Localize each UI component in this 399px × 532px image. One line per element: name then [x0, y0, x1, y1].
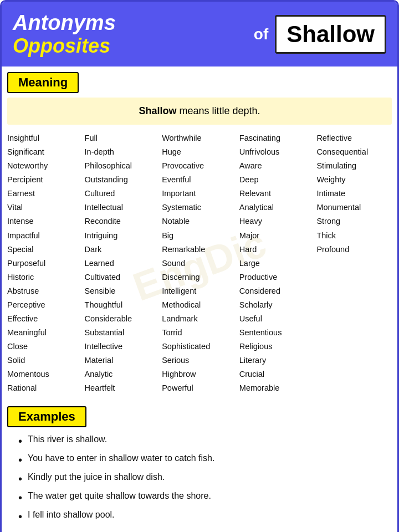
- word-item: Effective: [7, 312, 83, 326]
- word-item: In-depth: [85, 145, 160, 159]
- word-item: Cultured: [85, 187, 160, 201]
- word-item: Outstanding: [85, 173, 160, 187]
- word-item: Worthwhile: [162, 131, 237, 145]
- word-item: Aware: [239, 159, 315, 173]
- word-item: Monumental: [316, 201, 392, 214]
- word-item: Intriguing: [85, 229, 160, 243]
- meaning-box: Shallow means little depth.: [7, 98, 392, 125]
- word-item: Abstruse: [7, 284, 83, 298]
- word-item: Considerable: [85, 312, 160, 326]
- example-text: Kindly put the juice in shallow dish.: [28, 472, 165, 482]
- word-item: Discerning: [162, 270, 237, 284]
- word-item: Memorable: [239, 381, 315, 395]
- header: Antonyms Opposites of Shallow: [2, 2, 397, 66]
- word-item: Dark: [85, 243, 160, 257]
- examples-label-container: Examples: [2, 401, 397, 427]
- word-item: Crucial: [239, 367, 315, 381]
- example-text: I fell into shallow pool.: [28, 510, 115, 520]
- word-item: Solid: [7, 354, 83, 367]
- word-item: Large: [239, 257, 315, 270]
- example-text: You have to enter in shallow water to ca…: [28, 453, 214, 463]
- word-item: Notable: [162, 214, 237, 228]
- bullet-icon: •: [18, 434, 22, 448]
- word-item: Relevant: [239, 187, 315, 201]
- word-item: Intellectual: [85, 201, 160, 214]
- word-item: Profound: [316, 243, 392, 257]
- example-item: •This river is shallow.: [18, 432, 386, 451]
- word-item: Sound: [162, 257, 237, 270]
- word-item: Big: [162, 229, 237, 243]
- word-item: Rational: [7, 381, 83, 395]
- word-item: Important: [162, 187, 237, 201]
- opposites-title: Opposites: [13, 35, 116, 57]
- word-item: Full: [85, 131, 160, 145]
- word-item: Earnest: [7, 187, 83, 201]
- main-word: Shallow: [287, 21, 375, 47]
- word-item: Purposeful: [7, 257, 83, 270]
- word-item: Reflective: [316, 131, 392, 145]
- word-item: Unfrivolous: [239, 145, 315, 159]
- meaning-word: Shallow: [139, 105, 176, 116]
- word-item: Useful: [239, 312, 315, 326]
- example-item: •Kindly put the juice in shallow dish.: [18, 469, 386, 488]
- examples-label: Examples: [7, 406, 86, 427]
- word-item: Close: [7, 340, 83, 354]
- word-item: Sensible: [85, 284, 160, 298]
- word-col-1: InsightfulSignificantNoteworthyPercipien…: [7, 131, 83, 395]
- word-col-3: WorthwhileHugeProvocativeEventfulImporta…: [162, 131, 237, 395]
- examples-label-text: Examples: [18, 410, 75, 423]
- word-item: Serious: [162, 354, 237, 367]
- word-item: Consequential: [316, 145, 392, 159]
- words-section: EngDic InsightfulSignificantNoteworthyPe…: [2, 129, 397, 400]
- word-item: Scholarly: [239, 298, 315, 312]
- word-item: Considered: [239, 284, 315, 298]
- word-item: Weighty: [316, 173, 392, 187]
- header-left: Antonyms Opposites: [13, 12, 116, 57]
- word-item: Deep: [239, 173, 315, 187]
- bullet-icon: •: [18, 472, 22, 485]
- word-item: Eventful: [162, 173, 237, 187]
- word-col-4: FascinatingUnfrivolousAwareDeepRelevantA…: [239, 131, 315, 395]
- example-item: •The water get quite shallow towards the…: [18, 488, 386, 507]
- word-item: Highbrow: [162, 367, 237, 381]
- word-item: Historic: [7, 270, 83, 284]
- header-right: of Shallow: [247, 15, 386, 54]
- word-item: Significant: [7, 145, 83, 159]
- word-item: Intense: [7, 214, 83, 228]
- word-item: Perceptive: [7, 298, 83, 312]
- word-box: Shallow: [275, 15, 386, 54]
- word-item: Momentous: [7, 367, 83, 381]
- of-label: of: [254, 25, 268, 43]
- word-item: Huge: [162, 145, 237, 159]
- bullet-icon: •: [18, 453, 22, 467]
- word-item: Analytic: [85, 367, 160, 381]
- word-item: Intimate: [316, 187, 392, 201]
- example-text: This river is shallow.: [28, 434, 107, 444]
- examples-list: •This river is shallow.•You have to ente…: [2, 427, 397, 532]
- word-item: Literary: [239, 354, 315, 367]
- word-item: Provocative: [162, 159, 237, 173]
- word-item: Thoughtful: [85, 298, 160, 312]
- word-item: Impactful: [7, 229, 83, 243]
- word-item: Heartfelt: [85, 381, 160, 395]
- word-item: Vital: [7, 201, 83, 214]
- words-grid: InsightfulSignificantNoteworthyPercipien…: [7, 131, 392, 395]
- word-item: Sententious: [239, 326, 315, 340]
- word-item: Religious: [239, 340, 315, 354]
- word-item: Substantial: [85, 326, 160, 340]
- word-item: Insightful: [7, 131, 83, 145]
- word-item: Cultivated: [85, 270, 160, 284]
- meaning-label-container: Meaning: [2, 66, 397, 93]
- meaning-label: Meaning: [7, 72, 79, 93]
- word-item: Major: [239, 229, 315, 243]
- word-item: Remarkable: [162, 243, 237, 257]
- word-item: Fascinating: [239, 131, 315, 145]
- word-item: Noteworthy: [7, 159, 83, 173]
- word-item: Analytical: [239, 201, 315, 214]
- word-item: Powerful: [162, 381, 237, 395]
- word-item: Intelligent: [162, 284, 237, 298]
- bullet-icon: •: [18, 491, 22, 504]
- word-item: Recondite: [85, 214, 160, 228]
- antonyms-title: Antonyms: [13, 12, 116, 35]
- example-item: •You have to enter in shallow water to c…: [18, 451, 386, 469]
